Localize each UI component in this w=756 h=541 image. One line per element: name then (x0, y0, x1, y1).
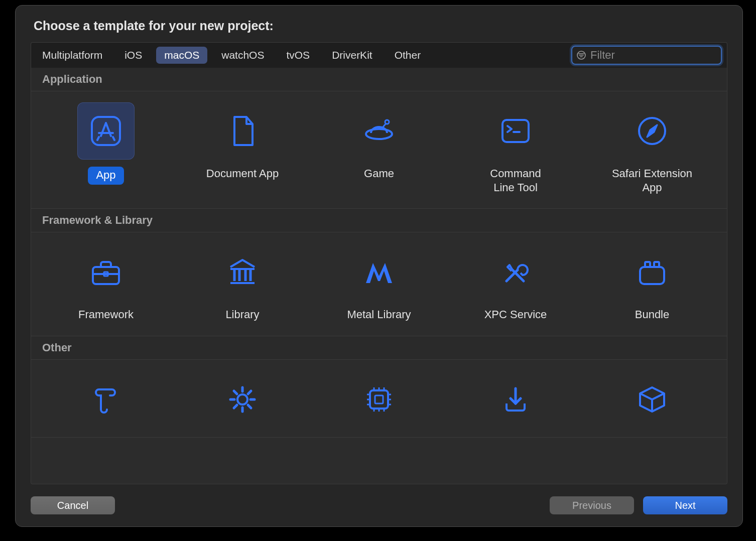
template-other-3[interactable] (450, 371, 581, 435)
section-header-application: Application (31, 68, 727, 91)
section-other-row (31, 360, 727, 438)
platform-tabs: Multiplatform iOS macOS watchOS tvOS Dri… (34, 47, 571, 64)
tab-tvos[interactable]: tvOS (278, 47, 318, 64)
template-safari-extension-app-label: Safari Extension App (612, 167, 692, 194)
template-document-app[interactable]: Document App (177, 102, 308, 194)
chip-icon (361, 381, 397, 418)
gear-icon (224, 381, 261, 418)
previous-button[interactable]: Previous (550, 496, 634, 514)
template-library[interactable]: Library (177, 243, 308, 322)
compass-icon (634, 113, 670, 149)
template-xpc-service[interactable]: XPC Service (450, 243, 581, 322)
template-metal-library[interactable]: Metal Library (313, 243, 445, 322)
tab-multiplatform[interactable]: Multiplatform (34, 47, 110, 64)
template-xpc-service-label: XPC Service (484, 308, 547, 322)
sheet-footer: Cancel Previous Next (31, 484, 727, 514)
template-framework-label: Framework (78, 308, 134, 322)
template-framework[interactable]: Framework (40, 243, 172, 322)
template-app[interactable]: App (40, 102, 172, 194)
template-bundle-label: Bundle (635, 308, 670, 322)
terminal-icon (497, 113, 534, 149)
template-other-2[interactable] (313, 371, 445, 435)
tab-ios[interactable]: iOS (116, 47, 150, 64)
platform-tabbar: Multiplatform iOS macOS watchOS tvOS Dri… (31, 42, 727, 68)
download-icon (497, 381, 534, 418)
new-project-template-sheet: Choose a template for your new project: … (15, 5, 743, 527)
bundle-icon (634, 254, 670, 290)
template-library-label: Library (225, 308, 259, 322)
template-metal-library-label: Metal Library (347, 308, 411, 322)
template-other-1[interactable] (177, 371, 308, 435)
section-header-framework-library: Framework & Library (31, 209, 727, 232)
template-safari-extension-app[interactable]: Safari Extension App (586, 102, 718, 194)
section-header-other: Other (31, 336, 727, 360)
filter-icon (576, 50, 586, 60)
template-document-app-label: Document App (206, 167, 279, 181)
tab-other[interactable]: Other (387, 47, 429, 64)
script-icon (88, 381, 124, 418)
template-bundle[interactable]: Bundle (586, 243, 718, 322)
app-icon (88, 113, 124, 149)
toolbox-icon (88, 254, 124, 290)
tools-icon (497, 254, 534, 290)
template-other-0[interactable] (40, 371, 172, 435)
next-button[interactable]: Next (643, 496, 727, 514)
template-app-label: App (88, 167, 123, 185)
library-building-icon (224, 254, 261, 290)
game-icon (361, 113, 397, 149)
template-game[interactable]: Game (313, 102, 445, 194)
section-application-row: App Document App Game Command Line Tool … (31, 91, 727, 209)
section-framework-row: Framework Library Metal Library XPC Serv… (31, 232, 727, 336)
filter-input[interactable] (590, 49, 728, 62)
template-command-line-tool[interactable]: Command Line Tool (450, 102, 581, 194)
sheet-title: Choose a template for your new project: (34, 19, 727, 33)
tab-driverkit[interactable]: DriverKit (324, 47, 381, 64)
template-game-label: Game (364, 167, 394, 181)
cube-icon (634, 381, 670, 418)
template-grid: Application App Document App Game Comman… (31, 68, 727, 484)
filter-field[interactable] (571, 46, 722, 65)
template-command-line-tool-label: Command Line Tool (490, 167, 541, 194)
metal-icon (361, 254, 397, 290)
tab-watchos[interactable]: watchOS (213, 47, 272, 64)
tab-macos[interactable]: macOS (156, 47, 207, 64)
cancel-button[interactable]: Cancel (31, 496, 115, 514)
document-icon (224, 113, 261, 149)
template-other-4[interactable] (586, 371, 718, 435)
